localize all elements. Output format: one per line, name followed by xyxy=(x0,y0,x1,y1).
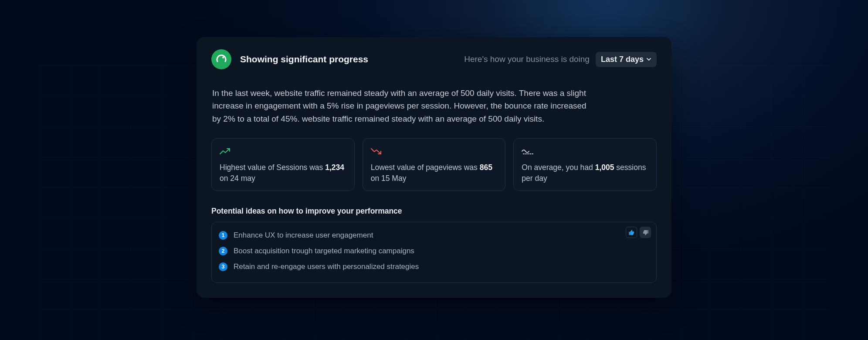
idea-text: Enhance UX to increase user engagement xyxy=(234,231,373,240)
trend-down-icon xyxy=(371,146,498,156)
card-header: Showing significant progress Here's how … xyxy=(211,49,657,69)
stat-text: Highest value of Sessions was 1,234 on 2… xyxy=(220,162,346,184)
stat-prefix: Highest value of Sessions was xyxy=(220,163,325,172)
idea-item: 1 Enhance UX to increase user engagement xyxy=(219,228,649,244)
wave-icon xyxy=(522,146,648,156)
card-subtitle: Here's how your business is doing xyxy=(464,54,590,64)
trend-up-icon xyxy=(220,146,346,156)
thumbs-up-button[interactable] xyxy=(626,227,637,238)
thumbs-up-icon xyxy=(628,229,635,236)
stat-value: 1,234 xyxy=(325,163,344,172)
stat-card-lowest: Lowest value of pageviews was 865 on 15 … xyxy=(363,138,506,191)
stat-card-highest: Highest value of Sessions was 1,234 on 2… xyxy=(211,138,355,191)
stat-prefix: On average, you had xyxy=(522,163,595,172)
summary-paragraph: In the last week, website traffic remain… xyxy=(212,87,587,125)
date-range-select[interactable]: Last 7 days xyxy=(596,52,657,67)
stat-suffix: on 24 may xyxy=(220,174,255,183)
idea-item: 3 Retain and re-engage users with person… xyxy=(219,260,649,275)
stat-value: 1,005 xyxy=(595,163,614,172)
thumbs-down-button[interactable] xyxy=(640,227,651,238)
idea-number-badge: 3 xyxy=(219,262,227,271)
stat-text: On average, you had 1,005 sessions per d… xyxy=(522,162,648,184)
stat-prefix: Lowest value of pageviews was xyxy=(371,163,480,172)
idea-text: Retain and re-engage users with personal… xyxy=(234,262,419,271)
svg-point-0 xyxy=(222,57,224,58)
stat-cards-row: Highest value of Sessions was 1,234 on 2… xyxy=(211,138,657,191)
feedback-buttons xyxy=(626,227,651,238)
idea-number-badge: 2 xyxy=(219,247,227,255)
idea-item: 2 Boost acquisition trough targeted mark… xyxy=(219,244,649,260)
idea-number-badge: 1 xyxy=(219,231,227,240)
gauge-icon xyxy=(211,49,231,69)
thumbs-down-icon xyxy=(642,229,649,236)
ideas-box: 1 Enhance UX to increase user engagement… xyxy=(211,222,657,283)
ideas-heading: Potential ideas on how to improve your p… xyxy=(211,207,657,216)
stat-value: 865 xyxy=(480,163,492,172)
card-title: Showing significant progress xyxy=(240,54,368,65)
idea-text: Boost acquisition trough targeted market… xyxy=(234,247,414,255)
insights-card: Showing significant progress Here's how … xyxy=(197,37,671,298)
date-range-label: Last 7 days xyxy=(601,55,644,64)
chevron-down-icon xyxy=(646,55,651,64)
stat-text: Lowest value of pageviews was 865 on 15 … xyxy=(371,162,498,184)
stat-card-average: On average, you had 1,005 sessions per d… xyxy=(513,138,657,191)
stat-suffix: on 15 May xyxy=(371,174,407,183)
